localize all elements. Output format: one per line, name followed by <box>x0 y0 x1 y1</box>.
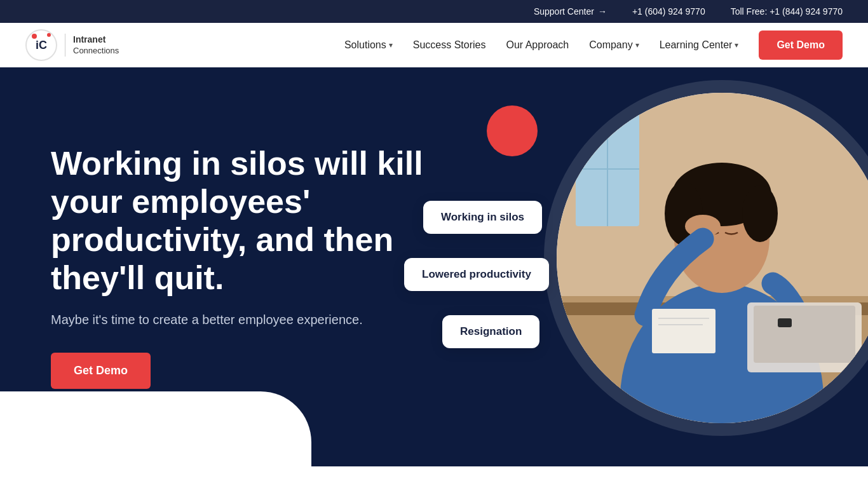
svg-rect-15 <box>778 318 792 327</box>
support-arrow: → <box>598 6 607 17</box>
logo-text: Intranet Connections <box>65 34 119 56</box>
hero-image-frame <box>557 93 868 423</box>
nav-links: Solutions ▾ Success Stories Our Approach… <box>344 39 739 51</box>
svg-rect-14 <box>754 306 855 363</box>
logo[interactable]: iC Intranet Connections <box>25 29 119 61</box>
hero-person-illustration <box>557 93 868 423</box>
nav-item-success[interactable]: Success Stories <box>413 39 486 51</box>
hero-visual: Working in silos Lowered productivity Re… <box>436 67 868 466</box>
logo-dot-red-tl <box>32 34 37 39</box>
float-card-productivity: Lowered productivity <box>404 258 549 291</box>
nav-link-success[interactable]: Success Stories <box>413 39 486 51</box>
get-demo-hero-button[interactable]: Get Demo <box>51 353 151 389</box>
nav-item-company[interactable]: Company ▾ <box>589 39 639 51</box>
hero-section: Working in silos will kill your employee… <box>0 67 868 466</box>
nav-item-solutions[interactable]: Solutions ▾ <box>344 39 393 51</box>
get-demo-nav-button[interactable]: Get Demo <box>759 30 843 60</box>
top-bar: Support Center → +1 (604) 924 9770 Toll … <box>0 0 868 23</box>
hero-subtitle: Maybe it's time to create a better emplo… <box>51 313 483 327</box>
support-center-text: Support Center <box>534 6 594 17</box>
nav-link-learning[interactable]: Learning Center ▾ <box>660 39 739 51</box>
svg-rect-16 <box>652 309 715 353</box>
nav-item-learning[interactable]: Learning Center ▾ <box>660 39 739 51</box>
hero-curve-decoration <box>0 391 311 466</box>
logo-icon: iC <box>25 29 57 61</box>
tollfree-phone: Toll Free: +1 (844) 924 9770 <box>731 6 843 17</box>
chevron-down-icon: ▾ <box>735 41 738 50</box>
chevron-down-icon: ▾ <box>635 41 639 50</box>
chevron-down-icon: ▾ <box>389 41 393 50</box>
support-center-link[interactable]: Support Center → <box>534 6 607 17</box>
nav-item-approach[interactable]: Our Approach <box>506 39 569 51</box>
nav-link-solutions[interactable]: Solutions ▾ <box>344 39 393 51</box>
main-nav: iC Intranet Connections Solutions ▾ Succ… <box>0 23 868 67</box>
float-card-silos: Working in silos <box>423 201 542 234</box>
phone-primary: +1 (604) 924 9770 <box>632 6 705 17</box>
float-card-resignation: Resignation <box>442 315 539 348</box>
svg-point-11 <box>742 185 778 242</box>
nav-link-approach[interactable]: Our Approach <box>506 39 569 51</box>
logo-dot-red-tr <box>47 33 51 37</box>
nav-link-company[interactable]: Company ▾ <box>589 39 639 51</box>
red-circle-decoration <box>487 105 538 156</box>
